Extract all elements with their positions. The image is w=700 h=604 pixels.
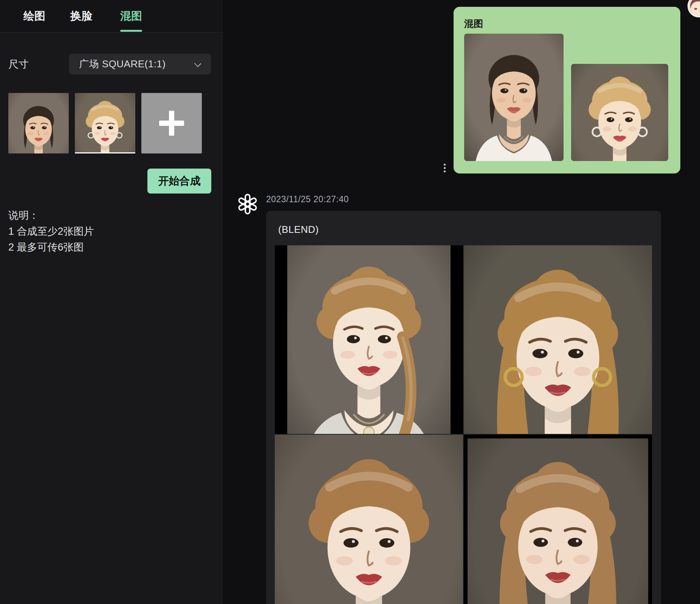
message-more-menu[interactable] <box>443 163 446 173</box>
instructions-title: 说明： <box>8 208 94 223</box>
size-label: 尺寸 <box>8 57 29 71</box>
tab-draw[interactable]: 绘图 <box>23 0 45 32</box>
tab-blend[interactable]: 混图 <box>120 0 142 32</box>
bubble-source-image-1[interactable] <box>464 34 564 161</box>
blend-result-image-3-content <box>275 435 463 604</box>
bubble-source-image-2-content <box>571 64 668 161</box>
instruction-line-2: 2 最多可传6张图 <box>8 239 94 255</box>
blend-result-image-1[interactable] <box>275 245 463 434</box>
blend-result-image-2[interactable] <box>464 245 652 434</box>
chevron-down-icon <box>194 60 201 67</box>
bubble-title: 混图 <box>464 17 483 30</box>
tab-bar: 绘图 换脸 混图 <box>0 0 223 33</box>
sent-message-bubble[interactable]: 混图 <box>454 7 680 173</box>
tab-face-swap[interactable]: 换脸 <box>70 0 92 32</box>
reply-command-text: (BLEND) <box>278 224 319 235</box>
sidebar: 绘图 换脸 混图 尺寸 广场 SQUARE(1:1) <box>0 0 223 604</box>
size-select[interactable]: 广场 SQUARE(1:1) <box>69 54 211 74</box>
blend-result-image-4[interactable] <box>464 435 652 604</box>
blend-results-grid <box>275 245 652 604</box>
user-avatar[interactable] <box>688 0 700 17</box>
bot-reply-card: (BLEND) <box>266 211 661 604</box>
message-timestamp: 2023/11/25 20:27:40 <box>266 194 349 204</box>
uploaded-image-2 <box>75 93 135 153</box>
start-blend-button[interactable]: 开始合成 <box>147 169 211 194</box>
thumbnail-active-indicator <box>75 152 135 153</box>
uploaded-image-1 <box>8 93 69 153</box>
instructions: 说明： 1 合成至少2张图片 2 最多可传6张图 <box>8 208 94 255</box>
bubble-source-image-1-content <box>464 34 564 161</box>
uploaded-thumbnail-1[interactable] <box>8 93 69 153</box>
blend-result-image-4-content <box>468 438 648 604</box>
size-row: 尺寸 广场 SQUARE(1:1) <box>0 54 223 74</box>
add-image-button[interactable] <box>141 93 202 153</box>
app-window: 绘图 换脸 混图 尺寸 广场 SQUARE(1:1) <box>0 0 700 604</box>
uploaded-thumbnail-2[interactable] <box>75 93 135 153</box>
instruction-line-1: 1 合成至少2张图片 <box>8 223 94 239</box>
dot-icon <box>444 164 446 166</box>
dot-icon <box>444 170 446 172</box>
bubble-source-image-2[interactable] <box>571 64 668 161</box>
upload-thumbnails <box>8 93 202 153</box>
size-select-value: 广场 SQUARE(1:1) <box>79 57 166 71</box>
openai-logo-icon <box>237 194 258 215</box>
blend-result-image-2-content <box>464 245 652 434</box>
blend-result-image-3[interactable] <box>275 435 463 604</box>
plus-icon <box>159 111 184 136</box>
dot-icon <box>444 167 446 169</box>
blend-result-image-1-content <box>287 245 451 434</box>
